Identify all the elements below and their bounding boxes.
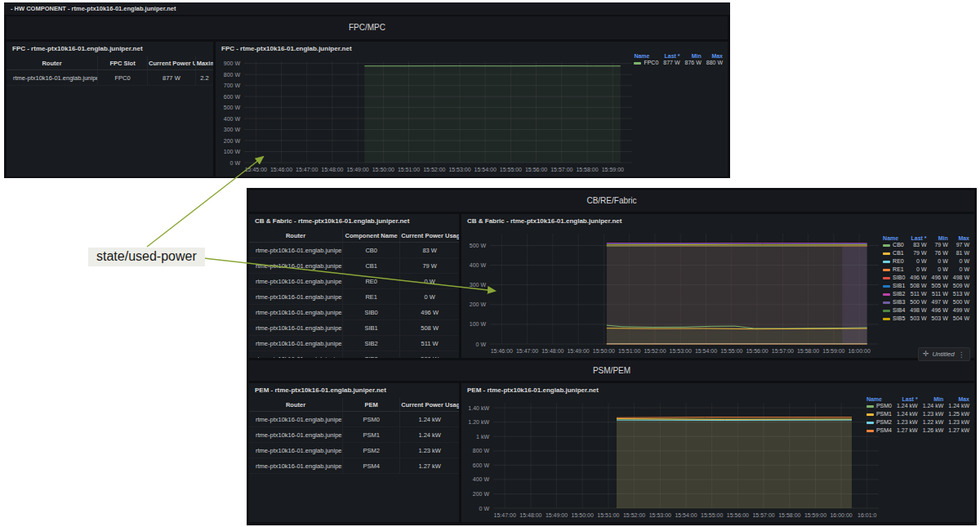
series-color-swatch [883,310,890,312]
legend-value: 497 W [929,298,951,306]
legend-column-header[interactable]: Max [951,235,972,241]
column-header[interactable]: Component Name [343,229,400,243]
legend-column-header[interactable]: Name [631,53,661,59]
table-row: rtme-ptx10k16-01.englab.junipe...SIB3500… [249,351,459,359]
cb-table-panel-title[interactable]: CB & Fabric - rtme-ptx10k16-01.englab.ju… [249,214,459,227]
table-cell: PSM0 [343,412,400,427]
y-axis-tick-label: 1 kW [476,434,489,440]
legend-item-PSM1[interactable]: PSM11.24 kW1.23 kW1.25 kW [864,410,972,418]
legend-value: 0 W [929,257,951,266]
pem-chart-panel: PEM - rtme-ptx10k16-01.englab.juniper.ne… [461,383,974,522]
x-axis-tick-label: 15:55:00 [701,512,723,518]
legend-item-SIB3[interactable]: SIB3500 W497 W500 W [880,298,972,306]
legend-value: 0 W [951,266,972,274]
x-axis-tick-label: 15:48:00 [321,167,343,172]
legend-column-header[interactable]: Max [946,396,972,402]
legend-value: 509 W [951,282,972,290]
column-header[interactable]: Current Power Usag [148,56,196,70]
cb-chart-plot[interactable]: 0 W100 W200 W300 W400 W500 W15:46:0015:4… [462,227,882,356]
series-color-swatch [883,269,890,271]
table-cell: 1.24 kW [400,412,459,427]
legend-item-PSM0[interactable]: PSM01.24 kW1.24 kW1.24 kW [864,402,972,410]
pem-chart-panel-title[interactable]: PEM - rtme-ptx10k16-01.englab.juniper.ne… [461,383,974,396]
legend-value: 1.27 kW [946,427,972,435]
legend-value: 504 W [951,315,972,323]
legend-item-PSM4[interactable]: PSM41.27 kW1.26 kW1.27 kW [864,427,972,435]
legend-column-header[interactable]: Min [683,53,704,59]
y-axis-tick-label: 100 W [470,321,487,327]
legend-value: 1.22 kW [920,418,947,427]
column-header[interactable]: Router [249,229,343,243]
column-header[interactable]: FPC Slot [98,56,148,70]
untitled-annotation-widget[interactable]: ✛ Untitled ⋮ [918,347,970,361]
x-axis-tick-label: 16:00:00 [849,348,871,354]
table-cell: 1.24 kW [400,427,459,443]
row-title-psm-pem[interactable]: PSM/PEM [249,360,974,381]
column-header[interactable]: Router [7,56,98,70]
legend-item-SIB1[interactable]: SIB1508 W505 W509 W [880,282,972,290]
x-axis-tick-label: 15:57:00 [772,348,794,354]
column-header[interactable]: Current Power Usage [400,229,459,243]
kebab-menu-icon[interactable]: ⋮ [958,351,965,359]
legend-item-RE1[interactable]: RE10 W0 W0 W [880,266,972,274]
cb-chart-panel-title[interactable]: CB & Fabric - rtme-ptx10k16-01.englab.ju… [461,214,974,227]
legend-item-RE0[interactable]: RE00 W0 W0 W [880,257,972,266]
legend-column-header[interactable]: Last * [661,53,682,59]
table-row: rtme-ptx10k16-01.englab.junipe...CB179 W [249,258,459,274]
legend-column-header[interactable]: Name [864,396,894,402]
legend-value: 97 W [951,241,972,249]
legend-column-header[interactable]: Last * [907,235,929,241]
legend-item-FPC0[interactable]: FPC0877 W876 W880 W [631,59,725,67]
table-cell: 79 W [400,258,459,274]
fpc-table-panel-title[interactable]: FPC - rtme-ptx10k16-01.englab.juniper.ne… [7,42,213,55]
legend-value: 508 W [907,282,929,290]
column-header[interactable]: Router [249,398,343,412]
x-axis-tick-label: 15:58:00 [576,167,598,172]
column-header[interactable]: Maxim [195,56,213,70]
x-axis-tick-label: 15:53:00 [670,348,692,354]
move-icon[interactable]: ✛ [923,351,929,358]
series-color-swatch [883,293,890,296]
dashboard-row-header[interactable]: - HW COMPONENT - rtme-ptx10k16-01.englab… [4,2,730,15]
legend-item-SIB0[interactable]: SIB0496 W496 W498 W [880,274,972,282]
x-axis-tick-label: 15:54:00 [675,512,697,518]
column-header[interactable]: PEM [343,398,400,412]
x-axis-tick-label: 15:48:00 [519,512,541,518]
x-axis-tick-label: 15:46:00 [491,348,513,354]
table-cell: PSM2 [343,443,400,458]
legend-value: 1.24 kW [946,402,972,410]
legend-column-header[interactable]: Name [880,235,907,241]
y-axis-tick-label: 700 W [224,83,241,88]
legend-item-CB0[interactable]: CB083 W79 W97 W [880,241,972,249]
row-title-cb-re-fabric[interactable]: CB/RE/Fabric [249,190,974,212]
x-axis-tick-label: 15:58:00 [797,348,819,354]
legend-item-SIB5[interactable]: SIB5503 W503 W504 W [880,315,972,323]
column-header[interactable]: Current Power Usage [400,398,459,412]
legend-item-SIB4[interactable]: SIB4498 W496 W499 W [880,306,972,315]
fpc-chart-plot[interactable]: 0 W100 W200 W300 W400 W500 W600 W700 W80… [216,55,635,175]
legend-item-SIB2[interactable]: SIB2511 W511 W513 W [880,290,972,298]
legend-item-PSM2[interactable]: PSM21.23 kW1.22 kW1.23 kW [864,418,972,427]
x-axis-tick-label: 15:45:00 [245,167,267,172]
x-axis-tick-label: 15:51:00 [618,348,640,354]
fpc-chart-panel: FPC - rtme-ptx10k16-01.englab.juniper.ne… [216,42,728,176]
x-axis-tick-label: 15:49:00 [346,167,368,172]
legend-value: 79 W [929,241,951,249]
legend-column-header[interactable]: Last * [894,396,920,402]
x-axis-tick-label: 15:57:00 [752,512,774,518]
legend-column-header[interactable]: Min [929,235,951,241]
x-axis-tick-label: 15:54:00 [695,348,717,354]
series-line-SIB1[interactable] [607,244,867,245]
x-axis-tick-label: 15:59:00 [804,512,826,518]
y-axis-tick-label: 200 W [473,491,490,497]
table-cell: RE1 [343,289,400,305]
legend-item-CB1[interactable]: CB179 W76 W81 W [880,249,972,257]
legend-column-header[interactable]: Max [704,53,725,59]
x-axis-tick-label: 15:58:00 [778,512,800,518]
x-axis-tick-label: 15:50:00 [593,348,615,354]
legend-column-header[interactable]: Min [920,396,947,402]
row-title-fpc-mpc[interactable]: FPC/MPC [7,16,728,39]
pem-table-panel-title[interactable]: PEM - rtme-ptx10k16-01.englab.juniper.ne… [249,383,459,396]
pem-chart-plot[interactable]: 0 W200 W400 W600 W800 W1 kW1.20 kW1.40 k… [462,396,882,520]
legend-value: 511 W [907,290,929,298]
